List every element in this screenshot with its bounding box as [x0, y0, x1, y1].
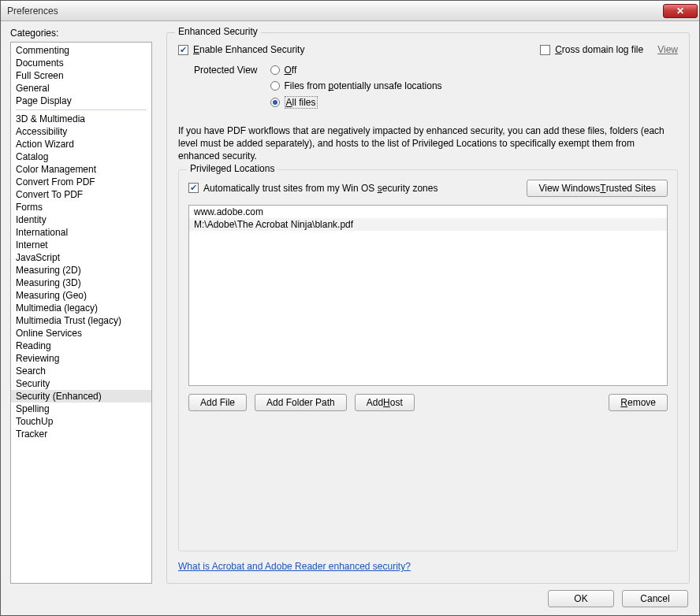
- category-item[interactable]: Search: [11, 365, 151, 377]
- category-item[interactable]: Tracker: [11, 428, 151, 440]
- dialog-footer: OK Cancel: [10, 584, 690, 607]
- category-item[interactable]: Security: [11, 377, 151, 390]
- cross-domain-log-label: Cross domain log file: [555, 44, 643, 55]
- category-item[interactable]: Multimedia Trust (legacy): [11, 314, 151, 327]
- category-item[interactable]: Color Management: [11, 163, 151, 176]
- category-item[interactable]: Identity: [11, 213, 151, 226]
- protected-view-all-label: All files: [285, 96, 318, 109]
- auto-trust-label: Automatically trust sites from my Win OS…: [203, 183, 438, 194]
- category-item[interactable]: Measuring (Geo): [11, 289, 151, 302]
- category-item[interactable]: Spelling: [11, 403, 151, 415]
- category-item[interactable]: Full Screen: [11, 69, 151, 82]
- location-item[interactable]: www.adobe.com: [189, 206, 667, 218]
- add-file-button[interactable]: Add File: [188, 394, 247, 411]
- category-item[interactable]: Forms: [11, 201, 151, 213]
- enable-enhanced-security-label: Enable Enhanced Security: [193, 44, 304, 55]
- category-item[interactable]: Action Wizard: [11, 138, 151, 150]
- view-log-link[interactable]: View: [657, 44, 678, 55]
- window-title: Preferences: [7, 6, 663, 17]
- protected-view-unsafe-label: Files from potentially unsafe locations: [285, 80, 442, 91]
- protected-view-off-radio[interactable]: [270, 65, 280, 75]
- category-item[interactable]: Measuring (3D): [11, 276, 151, 289]
- category-item[interactable]: Documents: [11, 57, 151, 69]
- category-item[interactable]: Convert From PDF: [11, 176, 151, 188]
- privileged-locations-legend: Privileged Locations: [187, 163, 277, 174]
- category-separator: [16, 109, 147, 110]
- category-item[interactable]: Reviewing: [11, 352, 151, 365]
- protected-view-unsafe-radio[interactable]: [270, 81, 280, 91]
- category-item[interactable]: International: [11, 226, 151, 239]
- category-item[interactable]: JavaScript: [11, 251, 151, 264]
- location-item[interactable]: M:\Adobe\The Acrobat Ninja\blank.pdf: [189, 218, 667, 231]
- help-link[interactable]: What is Acrobat and Adobe Reader enhance…: [178, 561, 411, 572]
- titlebar: Preferences ✕: [1, 1, 699, 21]
- categories-label: Categories:: [10, 28, 152, 39]
- category-item[interactable]: Convert To PDF: [11, 188, 151, 201]
- category-item[interactable]: TouchUp: [11, 415, 151, 428]
- category-item[interactable]: Accessibility: [11, 125, 151, 138]
- close-icon: ✕: [676, 6, 684, 17]
- category-item[interactable]: Internet: [11, 239, 151, 251]
- category-item[interactable]: Online Services: [11, 327, 151, 340]
- category-item[interactable]: Reading: [11, 340, 151, 352]
- enable-enhanced-security-checkbox[interactable]: [178, 45, 188, 55]
- category-item[interactable]: Measuring (2D): [11, 264, 151, 276]
- add-host-button[interactable]: Add Host: [355, 394, 415, 411]
- category-item[interactable]: Catalog: [11, 150, 151, 163]
- protected-view-all-radio[interactable]: [270, 98, 280, 107]
- close-button[interactable]: ✕: [663, 4, 698, 18]
- remove-button[interactable]: Remove: [609, 394, 668, 411]
- privileged-description: If you have PDF workflows that are negat…: [178, 124, 678, 163]
- protected-view-label: Protected View: [194, 65, 262, 76]
- category-item[interactable]: Commenting: [11, 44, 151, 57]
- add-folder-path-button[interactable]: Add Folder Path: [255, 394, 347, 411]
- cross-domain-log-checkbox[interactable]: [540, 45, 550, 55]
- category-item[interactable]: 3D & Multimedia: [11, 113, 151, 125]
- auto-trust-checkbox[interactable]: [188, 183, 199, 193]
- protected-view-off-label: Off: [285, 65, 297, 76]
- category-item[interactable]: Security (Enhanced): [11, 390, 151, 403]
- view-trusted-sites-button[interactable]: View Windows Trusted Sites: [527, 180, 668, 197]
- categories-list[interactable]: CommentingDocumentsFull ScreenGeneralPag…: [10, 42, 152, 584]
- ok-button[interactable]: OK: [548, 590, 614, 607]
- category-item[interactable]: General: [11, 82, 151, 95]
- privileged-locations-group: Privileged Locations Automatically trust…: [178, 169, 678, 551]
- enhanced-security-legend: Enhanced Security: [175, 26, 261, 37]
- category-item[interactable]: Multimedia (legacy): [11, 302, 151, 314]
- cancel-button[interactable]: Cancel: [622, 590, 688, 607]
- privileged-locations-list[interactable]: www.adobe.comM:\Adobe\The Acrobat Ninja\…: [188, 205, 668, 386]
- enhanced-security-group: Enhanced Security Enable Enhanced Securi…: [166, 32, 690, 584]
- categories-panel: Categories: CommentingDocumentsFull Scre…: [10, 28, 152, 584]
- category-item[interactable]: Page Display: [11, 95, 151, 107]
